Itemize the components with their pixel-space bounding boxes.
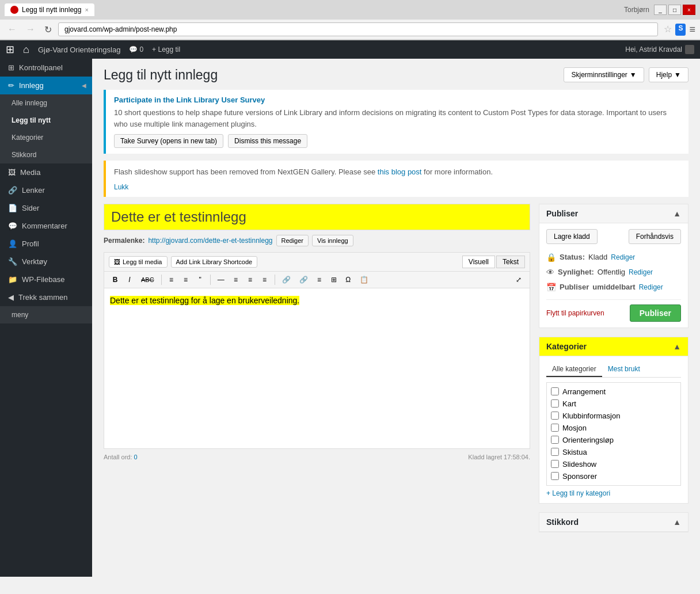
stikkord-panel-title: Stikkord — [546, 517, 579, 527]
cat-checkbox-kart[interactable] — [551, 399, 559, 408]
status-edit-link[interactable]: Rediger — [611, 253, 635, 261]
cat-checkbox-slideshow[interactable] — [551, 460, 559, 468]
menu-icon[interactable]: ≡ — [689, 24, 695, 36]
main-content: Legg til nytt innlegg Skjerminnstillinge… — [92, 59, 700, 577]
forward-btn[interactable]: → — [23, 23, 38, 36]
publish-panel-body: Lagre kladd Forhåndsvis 🔒 Status: Kladd … — [539, 223, 688, 328]
sidebar-item-alle-innlegg[interactable]: Alle innlegg — [0, 94, 92, 112]
refresh-btn[interactable]: ↻ — [41, 23, 55, 36]
fmt-fullscreen-btn[interactable]: ⤢ — [512, 274, 525, 285]
sidebar-item-verktoy[interactable]: 🔧 Verktøy — [0, 253, 92, 271]
cat-checkbox-klubbinfo[interactable] — [551, 412, 559, 420]
add-media-btn[interactable]: 🖼 Legg til media — [109, 256, 168, 268]
maximize-btn[interactable]: □ — [668, 5, 681, 15]
fmt-align-center-btn[interactable]: ≡ — [244, 274, 257, 285]
sidebar-item-kommentarer[interactable]: 💬 Kommentarer — [0, 217, 92, 235]
cat-tab-most-used[interactable]: Mest brukt — [602, 362, 646, 377]
address-bar[interactable] — [58, 22, 658, 36]
cat-checkbox-orienteringslop[interactable] — [551, 436, 559, 444]
wp-site-name[interactable]: Gjø-Vard Orienteringslag — [38, 45, 121, 54]
sidebar-item-sider[interactable]: 📄 Sider — [0, 199, 92, 217]
wp-logo[interactable]: ⊞ — [6, 43, 14, 56]
sidebar-item-kontrollpanel[interactable]: ⊞ Kontrollpanel — [0, 59, 92, 77]
profil-label: Profil — [22, 239, 39, 248]
minimize-btn[interactable]: _ — [654, 5, 667, 15]
tab-text[interactable]: Tekst — [496, 256, 525, 268]
fmt-indent-btn[interactable]: ≡ — [313, 274, 326, 285]
fmt-link-btn[interactable]: 🔗 — [279, 274, 294, 285]
stikkord-panel-toggle[interactable]: ▲ — [673, 517, 681, 527]
add-category-link[interactable]: + Legg til ny kategori — [546, 489, 681, 497]
wp-admin-bar: ⊞ ⌂ Gjø-Vard Orienteringslag 💬 0 + Legg … — [0, 40, 700, 59]
category-tabs: Alle kategorier Mest brukt — [546, 362, 681, 378]
cat-checkbox-sponsorer[interactable] — [551, 472, 559, 480]
fmt-italic-btn[interactable]: I — [123, 274, 136, 285]
take-survey-btn[interactable]: Take Survey (opens in new tab) — [114, 134, 223, 148]
fmt-paste-btn[interactable]: 📋 — [356, 274, 372, 285]
fmt-bold-btn[interactable]: B — [109, 274, 121, 285]
window-controls: _ □ × — [654, 5, 695, 15]
categories-panel: Kategorier ▲ Alle kategorier Mest brukt … — [539, 337, 688, 504]
fmt-align-left-btn[interactable]: ≡ — [230, 274, 242, 285]
sidebar-item-trekk-sammen[interactable]: ◀ Trekk sammen — [0, 288, 92, 306]
publish-panel-toggle[interactable]: ▲ — [673, 209, 681, 218]
flash-body: Flash slideshow support has been removed… — [114, 166, 680, 178]
screen-settings-btn[interactable]: Skjerminnstillinger ▼ — [564, 67, 644, 82]
nav-icons: ☆ S ≡ — [664, 24, 695, 36]
cat-tab-all[interactable]: Alle kategorier — [546, 362, 602, 377]
sidebar-item-innlegg[interactable]: ✏ Innlegg ◀ — [0, 77, 92, 94]
flash-close-link[interactable]: Lukk — [114, 183, 128, 191]
wp-comments[interactable]: 💬 0 — [129, 45, 143, 54]
wp-home-icon[interactable]: ⌂ — [23, 44, 29, 56]
sidebar-sub-bottom: meny — [0, 306, 92, 323]
fmt-hr-btn[interactable]: — — [214, 274, 228, 285]
publish-panel: Publiser ▲ Lagre kladd Forhåndsvis 🔒 Sta… — [539, 204, 688, 328]
permalink-url[interactable]: http://gjovard.com/dette-er-et-testinnle… — [148, 237, 272, 245]
kontrollpanel-icon: ⊞ — [8, 63, 14, 72]
back-btn[interactable]: ← — [5, 23, 20, 36]
sidebar-item-profil[interactable]: 👤 Profil — [0, 235, 92, 253]
sidebar-item-legg-til-nytt[interactable]: Legg til nytt — [0, 112, 92, 129]
flash-blog-link[interactable]: this blog post — [378, 167, 422, 176]
tab-close-btn[interactable]: × — [85, 6, 88, 13]
cat-checkbox-mosjon[interactable] — [551, 424, 559, 432]
status-icon: 🔒 — [546, 253, 556, 262]
publish-btn[interactable]: Publiser — [630, 304, 681, 322]
permalink-view-btn[interactable]: Vis innlegg — [312, 235, 353, 246]
trash-link[interactable]: Flytt til papirkurven — [546, 309, 604, 317]
editor-content[interactable]: Dette er et testinnlegg for å lage en br… — [104, 288, 530, 449]
categories-panel-toggle[interactable]: ▲ — [673, 342, 681, 351]
publish-time-edit-link[interactable]: Rediger — [639, 283, 663, 291]
close-btn[interactable]: × — [683, 5, 695, 15]
save-draft-btn[interactable]: Lagre kladd — [546, 229, 598, 244]
visibility-edit-link[interactable]: Rediger — [629, 268, 653, 276]
media-icon: 🖼 — [8, 168, 16, 177]
sidebar-item-stikkord[interactable]: Stikkord — [0, 146, 92, 163]
fmt-ol-btn[interactable]: ≡ — [180, 274, 192, 285]
post-title-input[interactable] — [104, 204, 530, 230]
fmt-ul-btn[interactable]: ≡ — [165, 274, 178, 285]
fmt-char-btn[interactable]: Ω — [342, 274, 355, 285]
sidebar-item-meny[interactable]: meny — [0, 306, 92, 323]
wp-add-new[interactable]: + Legg til — [152, 45, 180, 54]
add-shortcode-btn[interactable]: Add Link Library Shortcode — [171, 256, 258, 268]
fmt-unlink-btn[interactable]: 🔗 — [296, 274, 311, 285]
permalink-edit-btn[interactable]: Rediger — [276, 235, 309, 246]
cat-checkbox-skistua[interactable] — [551, 448, 559, 456]
help-btn[interactable]: Hjelp ▼ — [649, 67, 688, 82]
fmt-table-btn[interactable]: ⊞ — [328, 274, 340, 285]
sidebar-item-lenker[interactable]: 🔗 Lenker — [0, 181, 92, 199]
cat-item-kart: Kart — [550, 398, 678, 410]
cat-checkbox-arrangement[interactable] — [551, 387, 559, 395]
dismiss-message-btn[interactable]: Dismiss this message — [228, 134, 307, 148]
sync-icon[interactable]: S — [675, 24, 686, 36]
preview-btn[interactable]: Forhåndsvis — [629, 229, 681, 244]
sidebar-item-wp-filebase[interactable]: 📁 WP-Filebase — [0, 271, 92, 288]
fmt-strikethrough-btn[interactable]: ABC — [138, 275, 158, 285]
fmt-blockquote-btn[interactable]: " — [194, 274, 207, 285]
tab-visual[interactable]: Visuell — [462, 256, 495, 268]
bookmark-icon[interactable]: ☆ — [664, 24, 672, 36]
sidebar-item-kategorier[interactable]: Kategorier — [0, 129, 92, 146]
fmt-align-right-btn[interactable]: ≡ — [258, 274, 271, 285]
sidebar-item-media[interactable]: 🖼 Media — [0, 163, 92, 181]
